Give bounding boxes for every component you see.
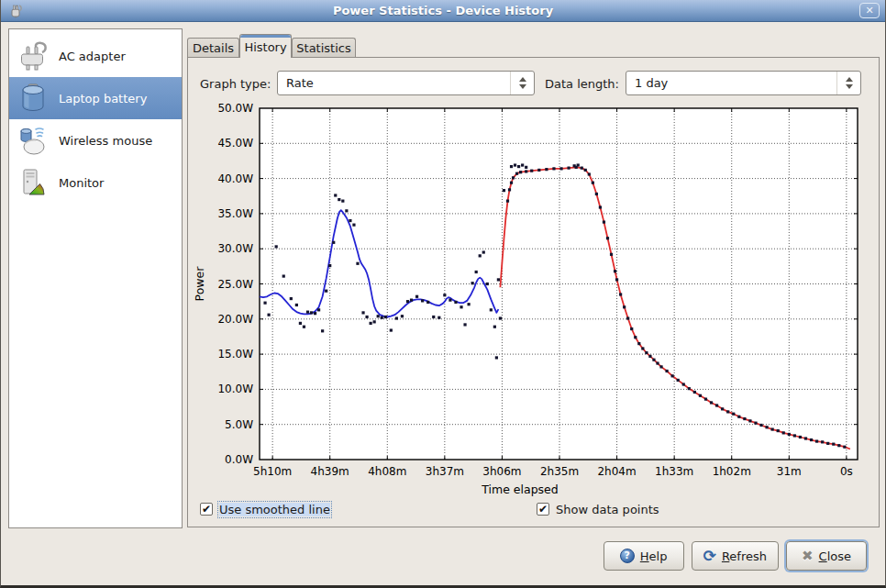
data-points [521,163,524,166]
data-points [810,438,813,441]
device-item-laptop-battery[interactable]: Laptop battery [9,77,182,119]
graph-type-label: Graph type: [200,77,271,91]
data-points [610,253,613,256]
tab-history[interactable]: History [239,34,292,58]
data-points [525,166,527,169]
data-points [537,169,540,172]
data-points [463,323,466,326]
x-tick-label: 4h08m [368,465,406,478]
data-points [525,170,527,172]
window-close-button[interactable]: ✕ [859,3,880,18]
x-tick-label: 5h10m [253,465,292,478]
show-data-points-checkbox[interactable]: ✔ [537,503,549,516]
refresh-button[interactable]: ⟳ Refresh [692,541,779,571]
data-points [721,407,724,410]
data-points [759,424,762,427]
help-icon: ? [620,549,635,563]
data-points [503,189,505,192]
use-smoothed-line-checkbox[interactable]: ✔ [200,503,213,516]
data-points [499,316,502,319]
data-points [626,316,629,319]
data-points [671,374,674,377]
data-points [515,172,518,175]
data-points [486,283,489,285]
y-tick-label: 45.0W [217,137,253,150]
data-points [275,245,278,248]
data-points [659,365,662,368]
use-smoothed-line-label[interactable]: Use smoothed line [219,503,330,516]
data-points [467,303,470,305]
close-button[interactable]: ✖ Close [786,541,867,571]
device-item-ac-adapter[interactable]: AC adapter [9,35,182,77]
data-points [656,361,659,364]
data-points [584,169,587,172]
data-points [815,439,818,442]
dialog-action-area: ? Help ⟳ Refresh ✖ Close [604,541,867,571]
tab-statistics[interactable]: Statistics [292,38,356,58]
data-points [390,328,393,331]
x-tick-label: 1h02m [713,465,751,478]
data-points [517,165,520,168]
data-points [377,315,380,317]
device-label: Monitor [59,176,104,190]
close-icon: ✖ [802,549,814,563]
data-points [290,297,293,300]
data-points [514,163,516,166]
y-tick-label: 0.0W [225,453,253,466]
data-points [832,443,835,446]
data-points [799,436,802,438]
data-points [471,282,474,284]
device-item-monitor[interactable]: Monitor [9,161,182,204]
data-points [623,305,626,308]
wireless-mouse-icon [17,124,50,157]
help-button[interactable]: ? Help [604,541,684,571]
data-points [754,422,757,425]
data-points [519,171,522,173]
data-points [843,446,846,449]
data-points [303,326,305,328]
combo-stepper-icon [836,72,860,94]
data-points [568,167,570,170]
tab-details[interactable]: Details [187,38,239,58]
data-points [575,166,578,169]
data-points [630,327,633,330]
data-points [415,295,418,298]
data-points [314,312,316,315]
data-points [299,322,302,325]
device-item-wireless-mouse[interactable]: Wireless mouse [9,119,182,161]
data-points [334,194,337,196]
data-points [449,299,451,302]
ac-adapter-icon [17,39,50,72]
refresh-button-label: Refresh [722,549,767,563]
y-tick-label: 15.0W [217,348,253,361]
data-points [310,311,313,314]
data-points [443,294,446,296]
data-points [704,398,707,401]
data-points [652,359,655,361]
data-points [493,326,496,328]
y-tick-label: 20.0W [217,313,253,326]
data-points [338,198,340,201]
show-data-points-label[interactable]: Show data points [556,503,659,516]
data-points [615,278,618,281]
data-points [771,427,774,430]
data-points [395,316,398,319]
data-points [804,437,807,439]
graph-type-combobox[interactable]: Rate [277,71,535,95]
data-points [345,209,348,212]
data-points [479,254,482,257]
data-points [349,219,351,222]
device-label: Laptop battery [59,92,147,105]
titlebar[interactable]: Power Statistics - Device History ✕ [1,0,885,22]
data-points [648,355,651,358]
data-points [401,315,404,317]
data-points [837,444,840,447]
y-tick-label: 30.0W [217,242,253,255]
data-points [595,193,598,195]
x-tick-label: 31m [777,465,802,478]
data-points [588,172,591,175]
data-points [592,182,594,184]
data-points [454,301,457,304]
data-length-combobox[interactable]: 1 day [626,71,861,95]
data-points [295,304,298,306]
